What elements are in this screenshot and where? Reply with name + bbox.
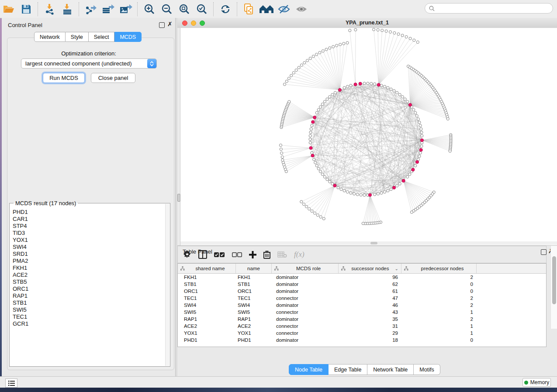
ring-node[interactable]: [377, 193, 379, 195]
column-header-successor-nodes[interactable]: successor nodes⌄: [339, 264, 401, 273]
cell-mcds-role[interactable]: connector: [272, 330, 339, 336]
ring-node[interactable]: [398, 93, 401, 96]
leaf-node[interactable]: [290, 74, 293, 77]
search-field[interactable]: [425, 3, 553, 14]
ring-node[interactable]: [326, 98, 329, 100]
result-node-item[interactable]: SRD1: [10, 251, 163, 258]
ring-node[interactable]: [420, 131, 423, 134]
dominator-node[interactable]: [408, 103, 412, 107]
ring-node[interactable]: [412, 109, 415, 111]
import-table-icon[interactable]: [60, 3, 75, 16]
cell-shared-name[interactable]: FKH1: [178, 275, 236, 280]
cell-mcds-role[interactable]: dominator: [272, 337, 339, 343]
cell-predecessor-nodes[interactable]: 1: [401, 323, 477, 329]
ring-node[interactable]: [387, 189, 389, 192]
ring-node[interactable]: [380, 192, 383, 194]
leaf-node[interactable]: [288, 100, 291, 103]
ring-node[interactable]: [387, 86, 389, 89]
cell-shared-name[interactable]: SWI4: [178, 303, 236, 308]
table-row[interactable]: SWI5SWI5connector431: [178, 309, 546, 316]
save-icon[interactable]: [19, 3, 34, 16]
ring-node[interactable]: [418, 155, 421, 158]
ring-node[interactable]: [343, 86, 346, 89]
result-node-item[interactable]: ORC1: [10, 285, 163, 292]
cell-predecessor-nodes[interactable]: 2: [401, 275, 477, 280]
leaf-node[interactable]: [413, 39, 415, 41]
cell-name[interactable]: ORC1: [236, 289, 272, 294]
leaf-node[interactable]: [389, 31, 391, 33]
ring-node[interactable]: [360, 193, 362, 196]
cell-successor-nodes[interactable]: 18: [339, 337, 401, 343]
tab-select[interactable]: Select: [89, 32, 115, 42]
first-neighbors-icon[interactable]: [259, 3, 274, 16]
import-network-icon[interactable]: [42, 3, 57, 16]
ring-node[interactable]: [309, 141, 311, 144]
ring-node[interactable]: [363, 194, 366, 196]
dominator-node[interactable]: [309, 146, 312, 149]
ring-node[interactable]: [311, 151, 313, 154]
ring-node[interactable]: [326, 178, 329, 181]
ring-node[interactable]: [337, 186, 339, 189]
result-node-item[interactable]: SWI4: [10, 244, 163, 251]
leaf-node[interactable]: [322, 217, 325, 220]
leaf-node[interactable]: [279, 144, 282, 147]
leaf-node[interactable]: [306, 59, 308, 62]
ring-node[interactable]: [356, 193, 359, 196]
cell-mcds-role[interactable]: dominator: [272, 316, 339, 322]
leaf-node[interactable]: [332, 45, 335, 48]
cell-name[interactable]: SWI5: [236, 309, 272, 315]
ring-node[interactable]: [315, 164, 318, 167]
cell-predecessor-nodes[interactable]: 0: [401, 289, 477, 294]
ring-node[interactable]: [315, 111, 318, 114]
table-row[interactable]: PHD1PHD1dominator180: [178, 337, 546, 344]
leaf-node[interactable]: [318, 52, 321, 54]
cell-mcds-role[interactable]: connector: [272, 323, 339, 329]
ring-node[interactable]: [396, 185, 398, 187]
leaf-node[interactable]: [305, 205, 308, 208]
ring-node[interactable]: [401, 96, 404, 98]
dominator-node[interactable]: [392, 186, 395, 189]
cell-name[interactable]: SWI4: [236, 303, 272, 308]
cell-mcds-role[interactable]: dominator: [272, 275, 339, 280]
table-row[interactable]: ACE2ACE2connector311: [178, 323, 546, 330]
cell-successor-nodes[interactable]: 61: [339, 289, 401, 294]
ring-node[interactable]: [390, 88, 392, 90]
cell-name[interactable]: RAP1: [236, 316, 272, 322]
leaf-node[interactable]: [346, 41, 349, 44]
copy-network-icon[interactable]: [242, 3, 256, 16]
ring-node[interactable]: [353, 193, 356, 195]
network-graph[interactable]: [180, 28, 557, 245]
leaf-node[interactable]: [302, 203, 305, 206]
leaf-node[interactable]: [385, 30, 387, 32]
ring-node[interactable]: [419, 124, 422, 127]
ring-node[interactable]: [323, 100, 326, 103]
dominator-node[interactable]: [368, 193, 371, 196]
ring-node[interactable]: [319, 170, 322, 173]
zoom-out-icon[interactable]: [159, 3, 174, 16]
delete-column-icon[interactable]: [263, 251, 270, 259]
leaf-node[interactable]: [309, 57, 311, 60]
leaf-node[interactable]: [354, 28, 357, 31]
ring-node[interactable]: [309, 138, 311, 141]
leaf-node[interactable]: [446, 117, 449, 120]
leaf-node[interactable]: [300, 64, 303, 66]
ring-node[interactable]: [367, 82, 369, 85]
leaf-node[interactable]: [410, 211, 413, 213]
optimization-criterion-select[interactable]: largest connected component (undirected): [21, 58, 157, 69]
leaf-node[interactable]: [311, 210, 313, 212]
dominator-node[interactable]: [311, 154, 314, 157]
column-header-shared-name[interactable]: shared name: [178, 264, 236, 273]
leaf-node[interactable]: [397, 33, 400, 35]
leaf-node[interactable]: [319, 216, 322, 218]
zoom-in-icon[interactable]: [142, 3, 157, 16]
ring-node[interactable]: [311, 124, 313, 127]
result-node-item[interactable]: CAR1: [10, 216, 163, 223]
network-horizontal-scrollbar-thumb[interactable]: [370, 242, 377, 244]
select-all-checkboxes-icon[interactable]: [214, 252, 225, 258]
leaf-node[interactable]: [298, 66, 300, 69]
leaf-node[interactable]: [303, 62, 306, 64]
result-node-item[interactable]: FKH1: [10, 265, 163, 272]
cell-predecessor-nodes[interactable]: 2: [401, 316, 477, 322]
close-panel-icon[interactable]: ✗: [167, 22, 173, 27]
result-node-item[interactable]: STP4: [10, 223, 163, 230]
